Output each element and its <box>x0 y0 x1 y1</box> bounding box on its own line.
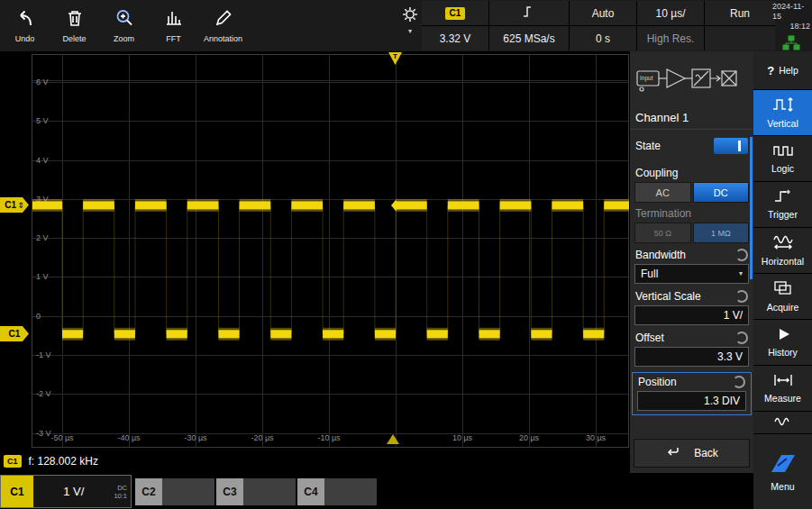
undo-button[interactable]: Undo <box>0 0 50 51</box>
sidebar-item-measure[interactable]: Measure <box>753 366 812 412</box>
menu-label: Menu <box>771 481 794 492</box>
sidebar-item-history[interactable]: History <box>753 320 812 366</box>
state-label: State <box>635 140 661 152</box>
channel1-offset-marker[interactable]: C1⇕ <box>0 197 29 213</box>
zoom-icon <box>114 8 134 32</box>
channel-tab-c4[interactable]: C4 <box>297 478 377 505</box>
c1-chip: C1 <box>1 476 33 507</box>
trigger-mode-cell[interactable]: Auto <box>570 1 636 25</box>
sidebar-item-acquire[interactable]: Acquire <box>753 274 812 320</box>
channel-tab-c1[interactable]: C1 1 V/ DC 10:1 <box>0 475 132 508</box>
annotation-label: Annotation <box>204 34 242 43</box>
rs-logo-icon <box>767 452 799 479</box>
channel-tabs: C1 1 V/ DC 10:1 C2 C3 C4 <box>0 475 631 509</box>
waveform-display: 6 V 5 V 4 V 3 V 2 V 1 V 0 -1 V -2 V -3 V… <box>32 54 629 448</box>
vertical-scale-input[interactable]: 1 V/ <box>634 305 749 325</box>
zoom-button[interactable]: Zoom <box>99 0 149 51</box>
help-label: Help <box>779 65 798 76</box>
bandwidth-select[interactable]: Full ▾ <box>634 264 749 284</box>
position-group: Position 1.3 DIV <box>632 372 752 415</box>
oscilloscope-screen: Undo Delete Zoom FF <box>0 0 812 509</box>
settings-button[interactable]: ▾ <box>400 6 420 46</box>
ground-marker-label: C1 <box>9 329 21 339</box>
vertical-icon <box>772 96 794 116</box>
back-label: Back <box>694 447 718 459</box>
annotation-button[interactable]: Annotation <box>198 0 248 51</box>
offset-input[interactable]: 3.3 V <box>634 347 749 367</box>
horizontal-icon <box>772 234 794 254</box>
history-icon <box>772 327 794 345</box>
channel1-dialog: Input Channel 1 State Coupling AC DC Ter… <box>629 51 753 473</box>
sidebar-item-horizontal[interactable]: Horizontal <box>753 228 812 274</box>
state-toggle[interactable] <box>714 138 748 154</box>
logic-icon <box>772 143 794 161</box>
c1-coupling: DC <box>117 484 127 492</box>
acquire-icon <box>772 280 794 300</box>
gear-icon <box>402 6 418 26</box>
sidebar-item-help[interactable]: ? Help <box>753 51 812 90</box>
delete-button[interactable]: Delete <box>50 0 99 51</box>
horizontal-label: Horizontal <box>762 256 804 267</box>
c3-chip: C3 <box>216 478 243 505</box>
rotary-knob-icon <box>735 249 748 261</box>
vertical-scale-label: Vertical Scale <box>635 290 701 303</box>
position-label: Position <box>638 376 677 388</box>
measurement-channel-badge: C1 <box>4 455 22 468</box>
trigger-icon <box>772 189 794 207</box>
termination-buttons: 50 Ω 1 MΩ <box>630 223 753 243</box>
bandwidth-row: Bandwidth <box>630 243 753 263</box>
termination-50ohm-button[interactable]: 50 Ω <box>634 223 691 243</box>
undo-label: Undo <box>15 34 35 43</box>
channel1-trace <box>32 55 630 449</box>
state-row: State <box>630 130 753 162</box>
sidebar-item-waveform[interactable] <box>753 412 812 434</box>
menu-sidebar: ? Help Vertical Logic Tr <box>753 51 812 509</box>
measure-icon <box>772 373 794 391</box>
horizontal-position-cell[interactable]: 0 s <box>570 26 636 50</box>
c2-chip: C2 <box>135 478 162 505</box>
trigger-marker-label: T <box>393 52 397 60</box>
c4-chip: C4 <box>297 478 324 505</box>
sidebar-item-menu[interactable]: Menu <box>753 434 812 509</box>
channel-tab-c3[interactable]: C3 <box>216 478 296 505</box>
timebase-cell[interactable]: 10 µs/ <box>637 1 704 25</box>
date-text: 2024-11-15 <box>772 2 810 22</box>
horizontal-reference-marker[interactable] <box>387 434 399 444</box>
position-input[interactable]: 1.3 DIV <box>637 391 746 411</box>
bandwidth-label: Bandwidth <box>635 249 686 261</box>
datetime-block: 2024-11-15 18:12 <box>772 2 812 50</box>
channel1-ground-marker[interactable]: C1 <box>0 326 29 341</box>
termination-label: Termination <box>630 203 753 223</box>
acquire-label: Acquire <box>767 302 799 313</box>
trigger-level-cell[interactable]: 3.32 V <box>422 26 488 50</box>
coupling-dc-button[interactable]: DC <box>693 182 750 203</box>
status-grid: C1 Auto 10 µs/ Run 3.32 V 625 MSa/s 0 s … <box>422 1 775 50</box>
pencil-icon <box>214 8 233 32</box>
fft-button[interactable]: FFT <box>149 0 198 51</box>
trigger-source-cell[interactable]: C1 <box>422 1 488 25</box>
sidebar-item-vertical[interactable]: Vertical <box>753 90 812 136</box>
c1-scale: 1 V/ <box>33 476 114 507</box>
acquisition-mode-cell[interactable]: High Res. <box>637 26 704 50</box>
sidebar-item-trigger[interactable]: Trigger <box>753 182 812 228</box>
channel-badge: C1 <box>445 7 466 20</box>
top-toolbar: Undo Delete Zoom FF <box>0 0 812 52</box>
time-text: 18:12 <box>789 22 810 32</box>
c1-coupling-probe: DC 10:1 <box>114 476 131 507</box>
offset-marker-label: C1 <box>5 200 16 210</box>
sample-rate-cell[interactable]: 625 MSa/s <box>489 26 569 50</box>
c1-probe: 10:1 <box>114 492 127 500</box>
sidebar-item-logic[interactable]: Logic <box>753 136 812 182</box>
acquisition-state-cell[interactable]: Run <box>705 1 775 25</box>
coupling-ac-button[interactable]: AC <box>634 182 691 203</box>
measure-label: Measure <box>764 393 801 404</box>
position-row: Position <box>633 373 751 390</box>
vertical-scale-row: Vertical Scale <box>630 285 753 304</box>
termination-1mohm-button[interactable]: 1 MΩ <box>693 223 750 243</box>
channel-schematic: Input <box>630 51 753 111</box>
channel-tab-c2[interactable]: C2 <box>135 478 214 505</box>
dialog-scroll-indicator[interactable] <box>750 137 753 279</box>
trigger-slope-cell[interactable] <box>489 1 569 25</box>
back-button[interactable]: Back <box>634 439 750 468</box>
rotary-knob-icon <box>733 376 745 388</box>
